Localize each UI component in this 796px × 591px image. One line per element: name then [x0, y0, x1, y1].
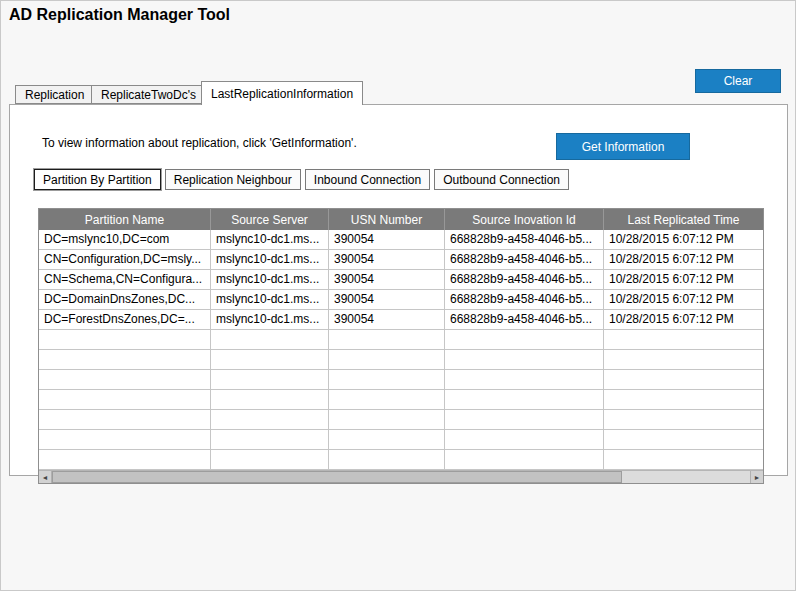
subtab-strip: Partition By Partition Replication Neigh… — [34, 169, 569, 190]
table-cell — [445, 350, 604, 369]
table-cell — [604, 390, 763, 409]
table-row — [39, 350, 763, 370]
data-grid: Partition NameSource ServerUSN NumberSou… — [38, 208, 764, 484]
table-cell — [211, 370, 329, 389]
column-header[interactable]: Source Inovation Id — [445, 209, 604, 230]
table-cell — [329, 410, 445, 429]
table-cell — [39, 350, 211, 369]
table-row — [39, 430, 763, 450]
table-cell — [329, 330, 445, 349]
table-cell — [445, 390, 604, 409]
get-information-button[interactable]: Get Information — [556, 133, 690, 160]
table-row — [39, 410, 763, 430]
scroll-left-button[interactable]: ◄ — [39, 471, 52, 483]
table-cell — [39, 450, 211, 469]
table-cell — [329, 390, 445, 409]
subtab-replication-neighbour[interactable]: Replication Neighbour — [165, 169, 301, 190]
table-cell — [445, 330, 604, 349]
column-header[interactable]: Source Server — [211, 209, 329, 230]
table-cell: 390054 — [329, 310, 445, 329]
table-cell — [445, 430, 604, 449]
table-cell: mslync10-dc1.ms... — [211, 230, 329, 249]
table-cell: CN=Schema,CN=Configura... — [39, 270, 211, 289]
scroll-left-icon: ◄ — [42, 474, 49, 481]
table-cell — [211, 450, 329, 469]
table-cell: 668828b9-a458-4046-b5... — [445, 270, 604, 289]
page-title: AD Replication Manager Tool — [9, 6, 230, 24]
tab-page-lastreplicationinformation: To view information about replication, c… — [9, 104, 788, 476]
column-header[interactable]: USN Number — [329, 209, 445, 230]
scrollbar-thumb[interactable] — [52, 471, 622, 483]
table-cell — [445, 410, 604, 429]
table-cell: 10/28/2015 6:07:12 PM — [604, 230, 763, 249]
table-cell: 10/28/2015 6:07:12 PM — [604, 250, 763, 269]
table-cell — [211, 430, 329, 449]
table-cell — [211, 350, 329, 369]
grid-header: Partition NameSource ServerUSN NumberSou… — [39, 209, 763, 230]
table-cell: 668828b9-a458-4046-b5... — [445, 230, 604, 249]
table-cell: CN=Configuration,DC=msly... — [39, 250, 211, 269]
table-cell: 10/28/2015 6:07:12 PM — [604, 290, 763, 309]
instruction-text: To view information about replication, c… — [42, 136, 357, 150]
table-row — [39, 330, 763, 350]
table-cell — [329, 370, 445, 389]
table-cell — [604, 330, 763, 349]
tab-replication[interactable]: Replication — [15, 85, 94, 104]
table-cell — [39, 410, 211, 429]
horizontal-scrollbar[interactable]: ◄ ► — [39, 470, 763, 483]
table-cell — [604, 430, 763, 449]
table-row[interactable]: DC=ForestDnsZones,DC=...mslync10-dc1.ms.… — [39, 310, 763, 330]
table-cell: 390054 — [329, 250, 445, 269]
table-cell — [39, 430, 211, 449]
table-cell — [604, 450, 763, 469]
table-cell: 10/28/2015 6:07:12 PM — [604, 310, 763, 329]
table-row[interactable]: DC=mslync10,DC=commslync10-dc1.ms...3900… — [39, 230, 763, 250]
table-row — [39, 390, 763, 410]
clear-button[interactable]: Clear — [695, 69, 781, 93]
table-cell: mslync10-dc1.ms... — [211, 290, 329, 309]
table-cell — [211, 330, 329, 349]
table-cell: DC=ForestDnsZones,DC=... — [39, 310, 211, 329]
table-cell — [445, 450, 604, 469]
table-cell: mslync10-dc1.ms... — [211, 270, 329, 289]
subtab-partition-by-partition[interactable]: Partition By Partition — [34, 169, 161, 190]
table-cell — [211, 410, 329, 429]
tab-lastreplicationinformation[interactable]: LastReplicationInformation — [201, 81, 363, 105]
table-cell — [39, 330, 211, 349]
subtab-outbound-connection[interactable]: Outbound Connection — [434, 169, 569, 190]
table-cell: 668828b9-a458-4046-b5... — [445, 250, 604, 269]
app-window: AD Replication Manager Tool Clear Replic… — [0, 0, 796, 591]
table-row — [39, 450, 763, 470]
table-cell: mslync10-dc1.ms... — [211, 250, 329, 269]
table-cell — [329, 450, 445, 469]
column-header[interactable]: Partition Name — [39, 209, 211, 230]
table-cell — [211, 390, 329, 409]
scroll-right-icon: ► — [754, 474, 761, 481]
table-cell: 390054 — [329, 270, 445, 289]
table-cell — [604, 410, 763, 429]
table-row — [39, 370, 763, 390]
table-row[interactable]: DC=DomainDnsZones,DC...mslync10-dc1.ms..… — [39, 290, 763, 310]
table-row[interactable]: CN=Configuration,DC=msly...mslync10-dc1.… — [39, 250, 763, 270]
table-cell — [329, 430, 445, 449]
table-cell: DC=DomainDnsZones,DC... — [39, 290, 211, 309]
table-cell: 390054 — [329, 230, 445, 249]
table-cell: 668828b9-a458-4046-b5... — [445, 310, 604, 329]
table-cell — [39, 370, 211, 389]
table-cell — [604, 350, 763, 369]
column-header[interactable]: Last Replicated Time — [604, 209, 763, 230]
subtab-inbound-connection[interactable]: Inbound Connection — [305, 169, 430, 190]
tab-replicatetwodcs[interactable]: ReplicateTwoDc's — [91, 85, 206, 104]
table-cell — [445, 370, 604, 389]
table-cell — [39, 390, 211, 409]
table-cell: 668828b9-a458-4046-b5... — [445, 290, 604, 309]
grid-body: DC=mslync10,DC=commslync10-dc1.ms...3900… — [39, 230, 763, 470]
table-cell: DC=mslync10,DC=com — [39, 230, 211, 249]
table-cell: mslync10-dc1.ms... — [211, 310, 329, 329]
table-cell — [329, 350, 445, 369]
scroll-right-button[interactable]: ► — [750, 471, 763, 483]
table-cell — [604, 370, 763, 389]
table-row[interactable]: CN=Schema,CN=Configura...mslync10-dc1.ms… — [39, 270, 763, 290]
table-cell: 10/28/2015 6:07:12 PM — [604, 270, 763, 289]
table-cell: 390054 — [329, 290, 445, 309]
